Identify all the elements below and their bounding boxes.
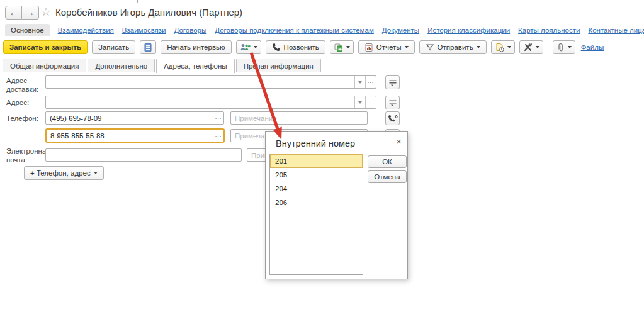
add-person-icon (240, 43, 251, 52)
email-input[interactable] (45, 148, 242, 162)
chevron-down-icon (477, 46, 480, 48)
phone1-field: ... (45, 111, 224, 125)
dropdown-button[interactable] (354, 76, 365, 88)
chevron-down-icon (507, 46, 511, 48)
delivery-address-field: ... (45, 75, 376, 89)
chevron-down-icon (254, 46, 257, 48)
attachments-button[interactable] (553, 40, 575, 54)
phone1-note-input[interactable] (230, 111, 368, 125)
add-phone-address-button[interactable]: + Телефон, адрес (24, 166, 104, 180)
copy-forward-icon (334, 43, 343, 52)
list-item-extension[interactable]: 204 (270, 182, 363, 196)
document-clock-icon (495, 43, 504, 52)
tools-icon (523, 43, 533, 52)
close-icon[interactable]: × (396, 136, 402, 147)
list-item-extension[interactable]: 205 (270, 168, 363, 182)
chevron-down-icon (568, 46, 572, 48)
call-button-label: Позвонить (284, 43, 319, 51)
phone2-input[interactable] (47, 130, 213, 142)
chevron-down-icon (405, 46, 409, 48)
choose-button[interactable]: ... (213, 112, 223, 124)
nav-item-loyalty-cards[interactable]: Карты лояльности (518, 26, 580, 34)
save-button[interactable]: Записать (92, 40, 135, 54)
forward-icon: → (26, 8, 35, 18)
paperclip-icon (556, 43, 565, 52)
address-label: Адрес: (6, 98, 44, 107)
address-input[interactable] (46, 96, 354, 108)
chevron-down-icon (346, 46, 350, 48)
document-history-button[interactable] (491, 40, 515, 54)
email-label: Электронная почта: (6, 147, 44, 164)
nav-item-contact-persons[interactable]: Контактные лица (588, 26, 644, 34)
section-nav: Основное Взаимодействия Взаимосвязи Дого… (5, 24, 644, 36)
forward-button[interactable]: → (22, 6, 39, 20)
comment-icon (388, 79, 397, 86)
internal-number-dialog: Внутренний номер × 201 205 204 206 ОК От… (265, 131, 408, 279)
tab-general-info[interactable]: Общая информация (3, 59, 86, 72)
window-edge-artifact (137, 0, 138, 3)
phone-label: Телефон: (6, 114, 44, 123)
cancel-button[interactable]: Отмена (368, 170, 407, 183)
detail-tabs: Общая информация Дополнительно Адреса, т… (3, 59, 321, 73)
reports-button[interactable]: Отчеты (358, 40, 415, 54)
call-button[interactable]: Позвонить (266, 40, 325, 54)
tab-additional[interactable]: Дополнительно (88, 59, 155, 72)
back-icon: ← (9, 8, 18, 18)
nav-item-relations[interactable]: Взаимосвязи (122, 26, 166, 34)
phone-icon (272, 43, 281, 52)
history-nav-group: ← → (5, 6, 39, 20)
favorite-star-icon[interactable]: ☆ (41, 5, 51, 19)
list-item-extension[interactable]: 206 (270, 196, 363, 209)
nav-item-payment-contracts[interactable]: Договоры подключения к платежным система… (215, 26, 374, 34)
address-field: ... (45, 96, 376, 109)
toolbar: Записать и закрыть Записать Начать интер… (3, 40, 604, 54)
reports-button-label: Отчеты (376, 43, 402, 51)
files-link[interactable]: Файлы (581, 43, 604, 51)
delivery-address-comment-button[interactable] (385, 75, 400, 89)
chevron-down-icon (536, 46, 539, 48)
show-in-list-button[interactable] (140, 40, 156, 54)
add-phone-address-label: + Телефон, адрес (30, 169, 91, 177)
ok-button[interactable]: ОК (368, 155, 407, 168)
back-button[interactable]: ← (5, 6, 22, 20)
nav-item-interactions[interactable]: Взаимодействия (58, 26, 114, 34)
report-icon (364, 43, 373, 52)
nav-item-main[interactable]: Основное (5, 24, 50, 36)
chevron-down-icon (94, 172, 98, 174)
nav-item-documents[interactable]: Документы (382, 26, 419, 34)
page-title: Коробейников Игорь Данилович (Партнер) (55, 7, 242, 18)
send-button[interactable]: Отправить (419, 40, 487, 54)
list-item-extension[interactable]: 201 (270, 154, 363, 168)
tools-button[interactable] (519, 40, 543, 54)
address-comment-button[interactable] (385, 96, 400, 109)
funnel-icon (426, 43, 434, 52)
phone2-field: ... (45, 128, 225, 143)
list-card-icon (144, 43, 152, 52)
contacts-menu-button[interactable] (236, 40, 261, 54)
tab-other-info[interactable]: Прочая информация (236, 59, 321, 72)
nav-item-contracts[interactable]: Договоры (174, 26, 207, 34)
delivery-address-label: Адрес доставки: (6, 76, 44, 94)
dropdown-button[interactable] (354, 96, 365, 108)
choose-button[interactable]: ... (365, 76, 376, 88)
phone1-call-button[interactable] (385, 111, 400, 125)
tab-addresses-phones[interactable]: Адреса, телефоны (156, 59, 234, 73)
choose-button[interactable]: ... (365, 96, 376, 108)
send-button-label: Отправить (438, 43, 473, 51)
start-interview-button[interactable]: Начать интервью (161, 40, 231, 54)
phone1-input[interactable] (46, 112, 213, 124)
chevron-down-icon (358, 101, 362, 104)
phone-call-icon (388, 114, 398, 123)
nav-item-classification-history[interactable]: История классификации (427, 26, 510, 34)
extension-list: 201 205 204 206 (269, 154, 363, 275)
comment-icon (388, 99, 397, 106)
chevron-down-icon (358, 81, 362, 84)
copy-actions-button[interactable] (330, 40, 354, 54)
delivery-address-input[interactable] (46, 76, 354, 88)
dialog-title: Внутренний номер (276, 138, 355, 148)
save-and-close-button[interactable]: Записать и закрыть (3, 40, 88, 54)
choose-button[interactable]: ... (213, 130, 223, 142)
